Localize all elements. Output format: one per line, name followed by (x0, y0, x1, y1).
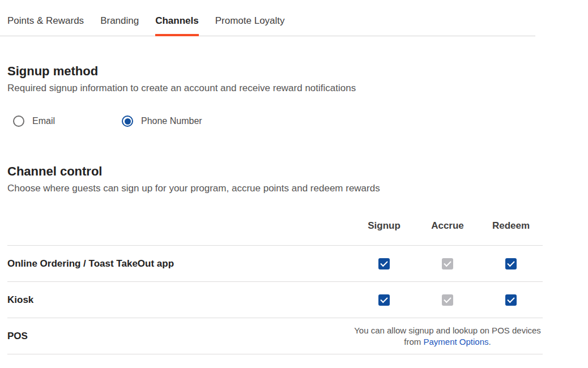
column-header-accrue: Accrue (416, 220, 479, 245)
column-header-redeem: Redeem (479, 220, 543, 245)
row-label-kiosk: Kiosk (7, 294, 352, 306)
table-row-pos: POS You can allow signup and lookup on P… (7, 318, 543, 354)
radio-option-email[interactable]: Email (13, 115, 122, 127)
radio-option-phone-number[interactable]: Phone Number (122, 115, 231, 127)
phone-number-radio-label: Phone Number (141, 116, 202, 126)
tab-points-rewards[interactable]: Points & Rewards (7, 15, 84, 36)
channel-control-description: Choose where guests can sign up for your… (7, 183, 588, 194)
kiosk-redeem-checkbox[interactable] (505, 294, 517, 306)
online-ordering-signup-checkbox[interactable] (378, 258, 390, 269)
kiosk-signup-checkbox[interactable] (378, 294, 390, 306)
online-ordering-redeem-checkbox[interactable] (505, 258, 517, 269)
channel-control-table: Signup Accrue Redeem Online Ordering / T… (7, 194, 543, 354)
table-row-online-ordering: Online Ordering / Toast TakeOut app (7, 246, 543, 282)
column-header-signup: Signup (352, 220, 416, 245)
signup-method-title: Signup method (7, 64, 588, 78)
pos-note: You can allow signup and lookup on POS d… (352, 325, 543, 348)
row-label-online-ordering: Online Ordering / Toast TakeOut app (7, 258, 352, 269)
kiosk-accrue-checkbox (442, 294, 453, 306)
table-header-row: Signup Accrue Redeem (7, 194, 543, 246)
tab-promote-loyalty[interactable]: Promote Loyalty (215, 15, 285, 36)
signup-method-description: Required signup information to create an… (7, 83, 588, 94)
channel-control-title: Channel control (7, 164, 588, 178)
phone-number-radio[interactable] (122, 115, 133, 127)
email-radio-label: Email (32, 116, 55, 126)
row-label-pos: POS (7, 331, 352, 342)
tab-channels[interactable]: Channels (155, 15, 199, 36)
settings-tabbar: Points & Rewards Branding Channels Promo… (0, 0, 535, 36)
pos-note-period: . (489, 337, 491, 346)
tab-branding[interactable]: Branding (100, 15, 139, 36)
payment-options-link[interactable]: Payment Options (423, 337, 488, 346)
table-row-kiosk: Kiosk (7, 282, 543, 318)
signup-method-options: Email Phone Number (13, 115, 588, 127)
email-radio[interactable] (13, 115, 24, 127)
online-ordering-accrue-checkbox (442, 258, 453, 269)
